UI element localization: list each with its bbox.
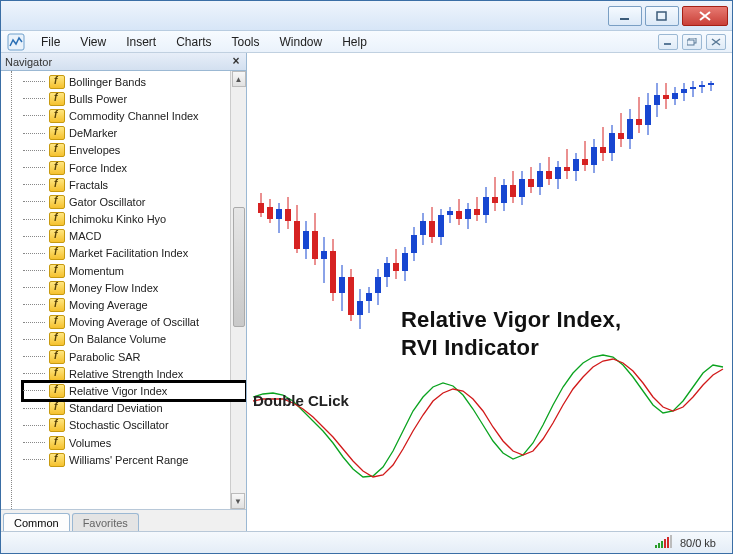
indicator-icon [49,75,65,89]
indicator-label: Gator Oscillator [69,196,145,208]
chart-area[interactable]: Double CLick Relative Vigor Index, RVI I… [247,53,732,531]
svg-rect-67 [528,179,534,187]
titlebar [1,1,732,31]
menu-file[interactable]: File [31,33,70,51]
close-icon [711,38,721,46]
indicator-icon [49,332,65,346]
indicator-label: Moving Average of Oscillat [69,316,199,328]
svg-rect-81 [591,147,597,165]
svg-rect-13 [285,209,291,221]
menu-charts[interactable]: Charts [166,33,221,51]
navigator-panel: Navigator × Bollinger BandsBulls PowerCo… [1,53,247,531]
indicator-item[interactable]: Money Flow Index [23,279,246,296]
indicator-item[interactable]: Commodity Channel Index [23,107,246,124]
indicator-item[interactable]: On Balance Volume [23,331,246,348]
indicator-item[interactable]: Force Index [23,159,246,176]
svg-rect-85 [609,133,615,153]
svg-rect-35 [384,263,390,277]
tab-favorites[interactable]: Favorites [72,513,139,531]
svg-rect-25 [339,277,345,293]
indicator-icon [49,384,65,398]
indicator-label: DeMarker [69,127,117,139]
navigator-scrollbar[interactable]: ▲ ▼ [230,71,246,509]
tab-common[interactable]: Common [3,513,70,531]
menu-help[interactable]: Help [332,33,377,51]
indicator-item[interactable]: DeMarker [23,125,246,142]
navigator-close-button[interactable]: × [228,53,244,69]
indicator-item[interactable]: Relative Vigor Index [23,382,246,399]
indicator-item[interactable]: Parabolic SAR [23,348,246,365]
indicator-icon [49,109,65,123]
indicator-icon [49,367,65,381]
svg-rect-75 [564,167,570,171]
scroll-down-button[interactable]: ▼ [231,493,245,509]
scroll-up-button[interactable]: ▲ [232,71,246,87]
svg-rect-1 [657,12,666,20]
window-maximize-button[interactable] [645,6,679,26]
signal-bars-icon [655,535,672,550]
svg-rect-107 [708,83,714,85]
menu-view[interactable]: View [70,33,116,51]
indicator-item[interactable]: Volumes [23,434,246,451]
indicator-item[interactable]: Envelopes [23,142,246,159]
svg-rect-95 [654,95,660,105]
indicator-label: Stochastic Oscillator [69,419,169,431]
indicator-item[interactable]: Fractals [23,176,246,193]
indicator-item[interactable]: Relative Strength Index [23,365,246,382]
svg-rect-11 [276,209,282,219]
mdi-restore-button[interactable] [682,34,702,50]
statusbar: 80/0 kb [1,531,732,553]
navigator-tree: Bollinger BandsBulls PowerCommodity Chan… [1,71,246,509]
window-minimize-button[interactable] [608,6,642,26]
mdi-minimize-button[interactable] [658,34,678,50]
indicator-item[interactable]: Williams' Percent Range [23,451,246,468]
menu-window[interactable]: Window [270,33,333,51]
svg-rect-59 [492,197,498,203]
indicator-item[interactable]: Moving Average of Oscillat [23,314,246,331]
indicator-icon [49,229,65,243]
indicator-icon [49,298,65,312]
svg-rect-49 [447,211,453,215]
indicator-label: Force Index [69,162,127,174]
svg-rect-55 [474,209,480,215]
indicator-item[interactable]: Bollinger Bands [23,73,246,90]
svg-rect-15 [294,221,300,249]
indicator-icon [49,350,65,364]
indicator-item[interactable]: Stochastic Oscillator [23,417,246,434]
indicator-label: Relative Strength Index [69,368,183,380]
svg-rect-19 [312,231,318,259]
svg-rect-63 [510,185,516,197]
navigator-title: Navigator × [1,53,246,71]
indicator-label: On Balance Volume [69,333,166,345]
svg-rect-9 [267,207,273,219]
svg-rect-17 [303,231,309,249]
indicator-icon [49,436,65,450]
indicator-item[interactable]: Gator Oscillator [23,193,246,210]
indicator-item[interactable]: Bulls Power [23,90,246,107]
indicator-label: Relative Vigor Index [69,385,167,397]
indicator-label: Bollinger Bands [69,76,146,88]
mdi-close-button[interactable] [706,34,726,50]
svg-rect-45 [429,221,435,237]
minimize-icon [663,38,673,46]
svg-rect-73 [555,167,561,179]
svg-rect-57 [483,197,489,215]
svg-rect-99 [672,93,678,99]
indicator-label: Envelopes [69,144,120,156]
indicator-item[interactable]: Momentum [23,262,246,279]
close-icon [698,11,712,21]
scroll-thumb[interactable] [233,207,245,327]
indicator-item[interactable]: Market Facilitation Index [23,245,246,262]
indicator-item[interactable]: Standard Deviation [23,400,246,417]
window-close-button[interactable] [682,6,728,26]
indicator-item[interactable]: MACD [23,228,246,245]
svg-rect-37 [393,263,399,271]
indicator-label: Ichimoku Kinko Hyo [69,213,166,225]
menu-insert[interactable]: Insert [116,33,166,51]
indicator-icon [49,126,65,140]
indicator-item[interactable]: Ichimoku Kinko Hyo [23,211,246,228]
restore-icon [687,38,697,46]
menu-tools[interactable]: Tools [222,33,270,51]
indicator-item[interactable]: Moving Average [23,296,246,313]
svg-rect-105 [699,85,705,87]
